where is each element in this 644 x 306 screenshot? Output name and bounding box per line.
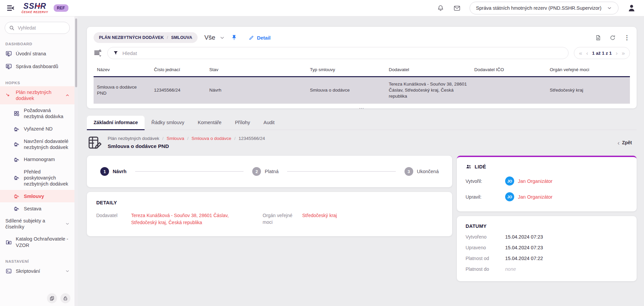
sidebar-item-label: Plán nezbytných dodávek: [16, 89, 61, 101]
supply-cart-icon: [13, 141, 20, 147]
sidebar-item-navrzeni-dodavatele[interactable]: Navržení dodavatelé nezbytných dodávek: [0, 135, 74, 153]
page-last-icon[interactable]: »: [622, 50, 625, 56]
field-value-link[interactable]: Tereza Kunášková - Souňov 38, 28601 Čásl…: [131, 212, 242, 226]
breadcrumb-link-smlouva[interactable]: Smlouva: [167, 136, 184, 141]
column-header-cislo-jednaci[interactable]: Číslo jednací: [151, 64, 206, 77]
date-row-upraveno: Upraveno 15.04.2024 07:23: [466, 245, 628, 250]
sidebar-item-label: Požadovaná nezbytná dodávka: [24, 107, 70, 119]
module-name: PLÁN NEZBYTNÝCH DODÁVEK: [99, 35, 164, 40]
status-stepper: 1 Návrh 2 Platná 3 Ukončená: [100, 167, 439, 176]
sidebar-search-input[interactable]: [18, 25, 65, 31]
messages-mail-icon[interactable]: [453, 4, 461, 12]
step-label: Ukončená: [417, 169, 439, 174]
section-label-nastaveni: NASTAVENÍ: [5, 259, 69, 263]
sidebar-item-skriptovani[interactable]: Skriptování: [0, 265, 74, 277]
column-header-dodavatel-ico[interactable]: Dodavatel IČO: [471, 64, 546, 77]
page-prev-icon[interactable]: ‹: [586, 50, 588, 56]
grid-search-input[interactable]: [122, 50, 563, 56]
row-expander-ellipsis[interactable]: ⋯: [94, 104, 630, 111]
tab-radky-smlouvy[interactable]: Řádky smlouvy: [145, 116, 191, 130]
records-table: Název Číslo jednací Stav Typ smlouvy Dod…: [94, 64, 630, 104]
notifications-bell-icon[interactable]: [437, 4, 444, 12]
tab-prilohy[interactable]: Přílohy: [228, 116, 257, 130]
role-select[interactable]: Správa státních hmotných rezerv (PND.SSH…: [470, 2, 619, 14]
detail-button-label: Detail: [257, 35, 271, 41]
filter-funnel-icon[interactable]: [113, 50, 118, 56]
sidebar-item-label: Smlouvy: [24, 193, 70, 199]
sidebar-item-label: Harmonogram: [24, 156, 70, 162]
sidebar-item-sdilene-subjekty[interactable]: Sdílené subjekty a číselníky: [0, 215, 74, 233]
page-next-icon[interactable]: ›: [616, 50, 618, 56]
step-label: Platná: [265, 169, 278, 174]
pin-view-icon[interactable]: [231, 35, 237, 41]
supply-cart-icon: [13, 193, 20, 199]
user-name-link[interactable]: Jan Organizátor: [518, 178, 552, 184]
tab-zakladni-informace[interactable]: Základní informace: [87, 116, 145, 130]
sidebar-item-sestava[interactable]: Sestava: [0, 202, 74, 215]
export-excel-icon[interactable]: [595, 35, 601, 41]
sidebar-item-prehled-poskytovanych[interactable]: Přehled poskytovaných nezbytných dodávek: [0, 166, 74, 190]
unlock-button[interactable]: [60, 293, 70, 303]
main-content: PLÁN NEZBYTNÝCH DODÁVEK / SMLOUVA Vše De…: [78, 16, 644, 306]
records-toolbar: PLÁN NEZBYTNÝCH DODÁVEK / SMLOUVA Vše De…: [94, 32, 630, 44]
sidebar-item-katalog-ochranovatele[interactable]: Katalog Ochraňovatele - VZOR: [0, 233, 74, 251]
copy-button[interactable]: [47, 293, 57, 303]
plan-arrow-icon: [5, 92, 12, 98]
tab-komentare[interactable]: Komentáře: [191, 116, 228, 130]
column-header-dodavatel[interactable]: Dodavatel: [385, 64, 471, 77]
tab-audit[interactable]: Audit: [257, 116, 281, 130]
module-separator: /: [167, 35, 168, 40]
view-select[interactable]: Vše: [204, 34, 225, 41]
detail-button[interactable]: Detail: [249, 35, 271, 41]
user-initials-avatar: JO: [505, 176, 514, 186]
column-chooser-icon[interactable]: [94, 49, 102, 57]
dates-panel: DATUMY Vytvořeno 15.04.2024 07:23 Uprave…: [457, 216, 637, 281]
sidebar-item-pozadovana-nezbytna-dodavka[interactable]: Požadovaná nezbytná dodávka: [0, 104, 74, 122]
sidebar-item-harmonogram[interactable]: Harmonogram: [0, 153, 74, 166]
terminal-icon: [5, 268, 12, 274]
back-button[interactable]: ‹ Zpět: [618, 140, 637, 146]
column-header-stav[interactable]: Stav: [206, 64, 307, 77]
date-value: 15.04.2024 07:22: [505, 256, 543, 261]
chevron-down-icon: [607, 5, 612, 11]
refresh-icon[interactable]: [609, 35, 616, 41]
sidebar-item-smlouvy[interactable]: Smlouvy: [0, 190, 74, 202]
supply-cart-icon: [13, 205, 20, 212]
breadcrumb: Plán nezbytných dodávek / Smlouva / Smlo…: [108, 136, 265, 141]
cell-nazev: Smlouva o dodávce PND: [94, 77, 151, 104]
breadcrumb-link-smlouva-o-dodavce[interactable]: Smlouva o dodávce: [192, 136, 231, 141]
sidebar-item-label: Přehled poskytovaných nezbytných dodávek: [24, 169, 70, 187]
sidebar-item-sprava-dashboardu[interactable]: Správa dashboardů: [0, 60, 74, 73]
dashboard-icon: [5, 63, 12, 70]
step-platna: 2 Platná: [252, 167, 278, 176]
user-name-link[interactable]: Jan Organizátor: [518, 194, 552, 200]
module-breadcrumb-chip[interactable]: PLÁN NEZBYTNÝCH DODÁVEK / SMLOUVA: [94, 32, 198, 43]
date-value: 15.04.2024 07:23: [505, 234, 543, 240]
sidebar-collapse-icon[interactable]: [6, 4, 15, 12]
people-icon: [466, 164, 472, 170]
column-header-organ-verejne-moci[interactable]: Orgán veřejné moci: [546, 64, 630, 77]
people-panel-title: LIDÉ: [475, 164, 486, 169]
people-panel: LIDÉ Vytvořil: JO Jan Organizátor Upravi…: [457, 156, 637, 211]
dates-panel-title: DATUMY: [466, 223, 628, 229]
sidebar-item-label: Skriptování: [16, 268, 61, 274]
sidebar-item-plan-nezbytnych-dodavek[interactable]: Plán nezbytných dodávek: [0, 86, 74, 104]
date-value: 15.04.2024 07:23: [505, 245, 543, 250]
sidebar-item-label: Navržení dodavatelé nezbytných dodávek: [24, 138, 70, 150]
date-label: Platnost do: [466, 266, 505, 272]
sidebar-item-label: Správa dashboardů: [16, 63, 70, 69]
breadcrumb-item: Plán nezbytných dodávek: [108, 136, 159, 141]
user-avatar-icon[interactable]: [627, 4, 636, 12]
column-header-typ-smlouvy[interactable]: Typ smlouvy: [307, 64, 385, 77]
page-first-icon[interactable]: «: [579, 50, 582, 56]
sidebar-scrollbar-thumb[interactable]: [75, 18, 77, 87]
more-options-kebab-icon[interactable]: ⋮: [624, 35, 630, 41]
field-value-link[interactable]: Středočeský kraj: [302, 212, 337, 226]
column-header-nazev[interactable]: Název: [94, 64, 151, 77]
field-organ-verejne-moci: Orgán veřejné moci Středočeský kraj: [263, 212, 337, 226]
table-row[interactable]: Smlouva o dodávce PND 12345566/24 Návrh …: [94, 77, 630, 104]
sidebar-item-vyrazene-nd[interactable]: Vyřazené ND: [0, 123, 74, 135]
sidebar-item-uvodni-strana[interactable]: Úvodní strana: [0, 47, 74, 60]
field-dodavatel: Dodavatel Tereza Kunášková - Souňov 38, …: [96, 212, 242, 226]
step-navrh: 1 Návrh: [100, 167, 126, 176]
